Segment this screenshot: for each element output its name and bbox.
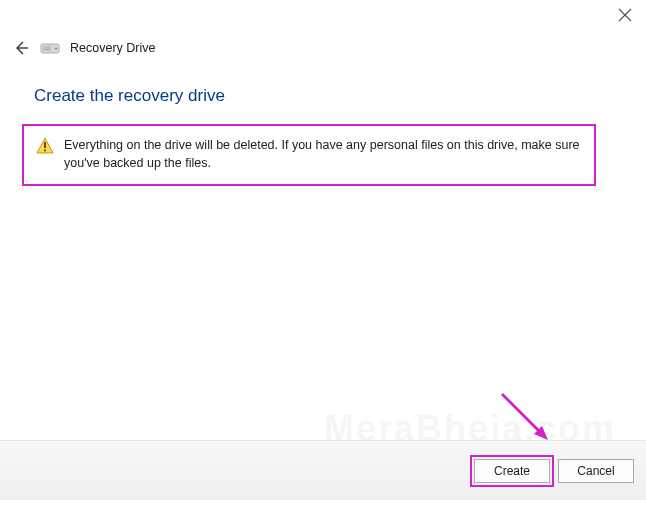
create-button-highlight: Create <box>474 459 550 483</box>
titlebar <box>0 0 646 34</box>
create-button[interactable]: Create <box>474 459 550 483</box>
page-title: Create the recovery drive <box>34 86 225 106</box>
cancel-button[interactable]: Cancel <box>558 459 634 483</box>
warning-box: Everything on the drive will be deleted.… <box>22 124 596 186</box>
back-arrow-icon[interactable] <box>12 39 30 57</box>
svg-rect-4 <box>43 46 51 51</box>
svg-point-5 <box>55 48 57 50</box>
svg-rect-8 <box>44 150 46 152</box>
recovery-drive-dialog: Recovery Drive Create the recovery drive… <box>0 0 646 510</box>
header-row: Recovery Drive <box>12 36 634 60</box>
footer-bar: Create Cancel <box>0 440 646 500</box>
annotation-arrow-icon <box>496 388 556 448</box>
warning-text: Everything on the drive will be deleted.… <box>64 136 582 172</box>
drive-icon <box>40 41 60 55</box>
svg-rect-7 <box>44 142 46 148</box>
close-icon[interactable] <box>618 8 632 22</box>
warning-icon <box>36 137 54 155</box>
window-title: Recovery Drive <box>70 41 155 55</box>
svg-marker-9 <box>534 426 548 440</box>
